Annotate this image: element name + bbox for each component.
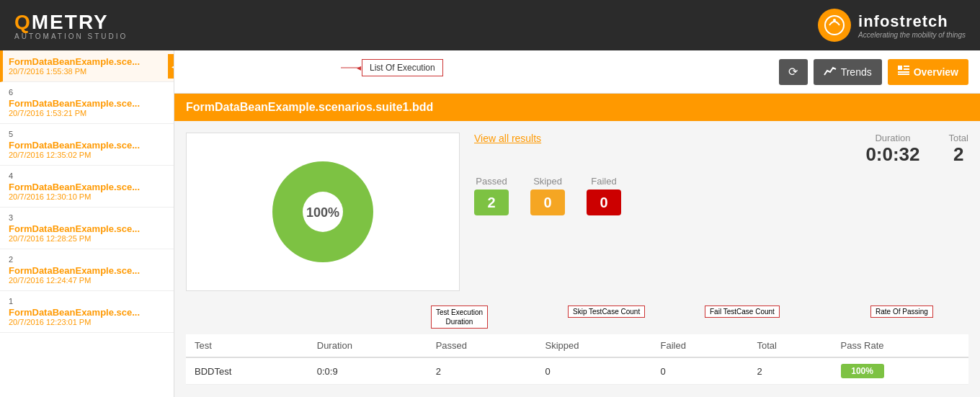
col-pass-rate: Pass Rate: [832, 334, 968, 357]
cell-failed: 0: [652, 357, 749, 385]
trends-chart-icon: [824, 66, 837, 78]
annotation-fail-testcase-count: Fail TestCase Count: [705, 305, 780, 318]
right-stats: View all results Duration 0:0:32 Total 2: [474, 133, 968, 291]
suite-header: FormDataBeanExample.scenarios.suite1.bdd: [174, 94, 980, 121]
top-bar-right: ⟳ Trends Overview: [779, 59, 968, 85]
suite-title: FormDataBeanExample.scenarios.suite1.bdd: [186, 101, 433, 113]
cell-passed: 2: [427, 357, 537, 385]
sidebar-item-1[interactable]: 6 FormDataBeanExample.sce... 20/7/2016 1…: [0, 82, 174, 124]
col-test: Test: [186, 334, 308, 357]
infostretch-text: infostretch Accelerating the mobility of…: [858, 12, 966, 39]
trends-button-label: Trends: [841, 66, 872, 78]
sidebar-item-date-2: 20/7/2016 12:35:02 PM: [9, 151, 165, 159]
trends-button[interactable]: Trends: [814, 59, 882, 85]
col-passed: Passed: [427, 334, 537, 357]
svg-point-0: [825, 16, 844, 35]
pie-chart-container: 100%: [186, 133, 460, 291]
sidebar-item-4[interactable]: 3 FormDataBeanExample.sce... 20/7/2016 1…: [0, 208, 174, 249]
logo-area: QMETRY AUTOMATION STUDIO: [14, 11, 128, 40]
svg-rect-4: [904, 68, 909, 70]
sidebar-collapse-button[interactable]: ◀: [168, 54, 174, 79]
sidebar-item-date-6: 20/7/2016 12:23:01 PM: [9, 318, 165, 326]
skipped-badge: 0: [530, 189, 565, 215]
total-label: Total: [949, 133, 968, 143]
sidebar-item-date-4: 20/7/2016 12:28:25 PM: [9, 234, 165, 243]
sidebar-item-0[interactable]: FormDataBeanExample.sce... 20/7/2016 1:5…: [0, 50, 174, 82]
sidebar-item-date-1: 20/7/2016 1:53:21 PM: [9, 109, 165, 117]
infostretch-name: infostretch: [858, 12, 966, 31]
sidebar-item-number-5: 2: [9, 255, 165, 264]
sidebar-item-title-1: FormDataBeanExample.sce...: [9, 98, 165, 109]
overview-button-label: Overview: [914, 66, 958, 78]
sidebar-item-number-3: 4: [9, 171, 165, 180]
infostretch-area: infostretch Accelerating the mobility of…: [818, 9, 966, 42]
passed-badge: 2: [474, 189, 509, 215]
passed-label: Passed: [474, 176, 509, 187]
annotation-rate-of-passing: Rate Of Passing: [870, 305, 933, 318]
sidebar-item-title-0: FormDataBeanExample.sce...: [9, 56, 165, 67]
sidebar-item-number-4: 3: [9, 213, 165, 222]
failed-badge: 0: [587, 189, 621, 215]
failed-label: Failed: [587, 176, 621, 187]
list-of-execution-label: List Of Execution: [370, 63, 435, 73]
duration-stat: Duration 0:0:32: [865, 133, 919, 166]
total-stat: Total 2: [949, 133, 968, 166]
table-row[interactable]: BDDTest 0:0:9 2 0 0 2 100%: [186, 357, 968, 385]
sidebar-item-date-0: 20/7/2016 1:55:38 PM: [9, 67, 165, 76]
infostretch-icon: [818, 9, 851, 42]
sidebar-item-title-4: FormDataBeanExample.sce...: [9, 223, 165, 234]
refresh-button[interactable]: ⟳: [779, 59, 808, 85]
sidebar-item-number-1: 6: [9, 88, 165, 97]
cell-test: BDDTest: [186, 357, 308, 385]
svg-rect-6: [898, 73, 909, 75]
results-table: Test Duration Passed Skipped Failed Tota…: [186, 334, 968, 385]
pie-percent-label: 100%: [306, 205, 339, 220]
overview-icon: [898, 66, 909, 78]
table-annotations-bottom: Test Name Pass TestCase Count Total Test…: [186, 388, 968, 397]
list-of-execution-callout: List Of Execution: [362, 59, 443, 76]
skipped-label: Skiped: [530, 176, 565, 187]
col-total: Total: [749, 334, 832, 357]
cell-duration: 0:0:9: [308, 357, 427, 385]
stats-panel: 100% View all results Duration 0:0:32 To…: [174, 121, 980, 303]
view-all-results-link[interactable]: View all results: [474, 133, 541, 144]
svg-rect-2: [898, 66, 902, 70]
sidebar-item-date-3: 20/7/2016 12:30:10 PM: [9, 192, 165, 201]
annotation-test-execution-duration: Test ExecutionDuration: [431, 305, 488, 329]
passed-badge-block: Passed 2: [474, 176, 509, 215]
col-skipped: Skipped: [537, 334, 652, 357]
sidebar-item-title-6: FormDataBeanExample.sce...: [9, 307, 165, 318]
sidebar-item-number-2: 5: [9, 130, 165, 138]
main-container: FormDataBeanExample.sce... 20/7/2016 1:5…: [0, 50, 980, 397]
table-header-row: Test Duration Passed Skipped Failed Tota…: [186, 334, 968, 357]
sidebar-item-6[interactable]: 1 FormDataBeanExample.sce... 20/7/2016 1…: [0, 291, 174, 333]
pie-chart: 100%: [262, 151, 384, 273]
top-bar: List Of Execution ⟳ Trends Overview: [174, 50, 980, 94]
sidebar-item-3[interactable]: 4 FormDataBeanExample.sce... 20/7/2016 1…: [0, 166, 174, 208]
annotation-skip-testcase-count: Skip TestCase Count: [568, 305, 645, 318]
duration-value: 0:0:32: [865, 143, 919, 166]
duration-label: Duration: [865, 133, 919, 143]
col-duration: Duration: [308, 334, 427, 357]
svg-rect-3: [904, 66, 909, 67]
cell-total: 2: [749, 357, 832, 385]
sidebar-item-2[interactable]: 5 FormDataBeanExample.sce... 20/7/2016 1…: [0, 124, 174, 166]
stats-row-bottom: Passed 2 Skiped 0 Failed 0: [474, 176, 968, 215]
content-area: List Of Execution ⟳ Trends Overview: [174, 50, 980, 397]
sidebar-item-title-3: FormDataBeanExample.sce...: [9, 182, 165, 192]
svg-rect-5: [898, 71, 909, 73]
failed-badge-block: Failed 0: [587, 176, 621, 215]
infostretch-tagline: Accelerating the mobility of things: [858, 31, 966, 39]
svg-point-1: [833, 19, 836, 22]
refresh-icon: ⟳: [788, 65, 798, 79]
total-value: 2: [949, 143, 968, 166]
app-header: QMETRY AUTOMATION STUDIO infostretch Acc…: [0, 0, 980, 50]
col-failed: Failed: [652, 334, 749, 357]
overview-button[interactable]: Overview: [888, 59, 968, 85]
sidebar: FormDataBeanExample.sce... 20/7/2016 1:5…: [0, 50, 174, 397]
sidebar-item-number-6: 1: [9, 297, 165, 305]
sidebar-item-5[interactable]: 2 FormDataBeanExample.sce... 20/7/2016 1…: [0, 249, 174, 291]
table-annotations-top: Test ExecutionDuration Skip TestCase Cou…: [186, 303, 968, 334]
logo-sub: AUTOMATION STUDIO: [14, 32, 128, 40]
skipped-badge-block: Skiped 0: [530, 176, 565, 215]
